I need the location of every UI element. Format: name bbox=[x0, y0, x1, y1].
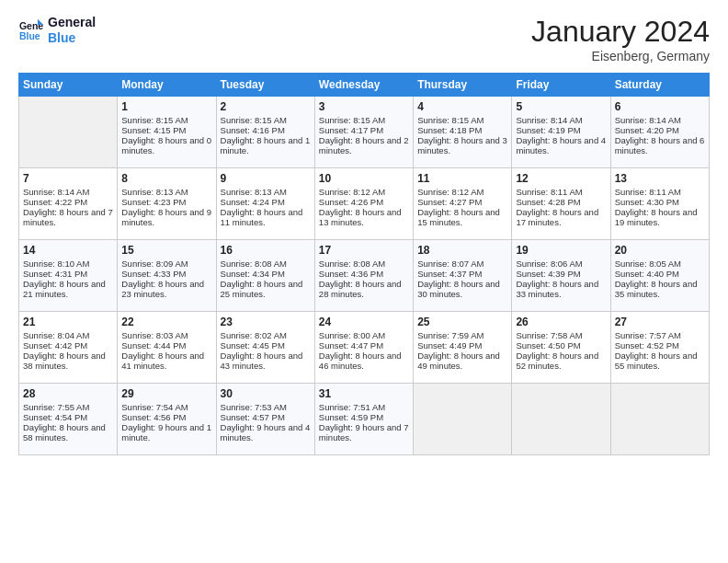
table-cell: 13Sunrise: 8:11 AMSunset: 4:30 PMDayligh… bbox=[610, 168, 709, 240]
header-sunday: Sunday bbox=[19, 74, 118, 97]
day-number: 3 bbox=[319, 100, 409, 113]
daylight: Daylight: 8 hours and 58 minutes. bbox=[23, 422, 113, 442]
sunrise: Sunrise: 8:12 AM bbox=[319, 187, 409, 197]
day-number: 20 bbox=[615, 244, 705, 257]
day-number: 29 bbox=[121, 387, 211, 400]
calendar-week-row: 14Sunrise: 8:10 AMSunset: 4:31 PMDayligh… bbox=[19, 240, 710, 312]
day-number: 1 bbox=[121, 100, 211, 113]
table-cell: 29Sunrise: 7:54 AMSunset: 4:56 PMDayligh… bbox=[118, 384, 216, 455]
sunrise: Sunrise: 8:06 AM bbox=[516, 259, 606, 269]
daylight: Daylight: 8 hours and 19 minutes. bbox=[615, 207, 705, 227]
day-number: 24 bbox=[319, 316, 409, 328]
day-number: 23 bbox=[221, 316, 311, 328]
sunset: Sunset: 4:22 PM bbox=[23, 197, 113, 207]
table-cell bbox=[512, 384, 610, 455]
daylight: Daylight: 8 hours and 4 minutes. bbox=[516, 135, 606, 155]
sunrise: Sunrise: 8:08 AM bbox=[319, 259, 409, 269]
calendar-week-row: 28Sunrise: 7:55 AMSunset: 4:54 PMDayligh… bbox=[19, 384, 710, 455]
daylight: Daylight: 9 hours and 7 minutes. bbox=[319, 422, 409, 442]
table-cell: 11Sunrise: 8:12 AMSunset: 4:27 PMDayligh… bbox=[414, 168, 512, 240]
day-number: 16 bbox=[221, 244, 311, 257]
daylight: Daylight: 9 hours and 1 minute. bbox=[121, 422, 211, 442]
day-number: 30 bbox=[221, 387, 311, 400]
day-number: 27 bbox=[615, 316, 705, 328]
sunrise: Sunrise: 8:13 AM bbox=[221, 187, 311, 197]
sunset: Sunset: 4:52 PM bbox=[615, 340, 705, 350]
sunset: Sunset: 4:45 PM bbox=[221, 340, 311, 350]
daylight: Daylight: 8 hours and 13 minutes. bbox=[319, 207, 409, 227]
table-cell: 18Sunrise: 8:07 AMSunset: 4:37 PMDayligh… bbox=[414, 240, 512, 312]
day-number: 10 bbox=[319, 172, 409, 185]
day-number: 12 bbox=[516, 172, 606, 185]
calendar-table: Sunday Monday Tuesday Wednesday Thursday… bbox=[18, 73, 710, 455]
table-cell: 5Sunrise: 8:14 AMSunset: 4:19 PMDaylight… bbox=[512, 97, 610, 168]
sunrise: Sunrise: 8:08 AM bbox=[221, 259, 311, 269]
sunset: Sunset: 4:24 PM bbox=[221, 197, 311, 207]
sunrise: Sunrise: 8:05 AM bbox=[615, 259, 705, 269]
sunrise: Sunrise: 8:07 AM bbox=[417, 259, 507, 269]
sunrise: Sunrise: 8:11 AM bbox=[615, 187, 705, 197]
daylight: Daylight: 8 hours and 55 minutes. bbox=[615, 350, 705, 371]
table-cell: 31Sunrise: 7:51 AMSunset: 4:59 PMDayligh… bbox=[314, 384, 413, 455]
calendar-week-row: 7Sunrise: 8:14 AMSunset: 4:22 PMDaylight… bbox=[19, 168, 710, 240]
table-cell: 21Sunrise: 8:04 AMSunset: 4:42 PMDayligh… bbox=[19, 312, 118, 384]
daylight: Daylight: 8 hours and 30 minutes. bbox=[417, 279, 507, 299]
table-cell: 12Sunrise: 8:11 AMSunset: 4:28 PMDayligh… bbox=[512, 168, 610, 240]
day-number: 9 bbox=[221, 172, 311, 185]
sunrise: Sunrise: 8:15 AM bbox=[121, 115, 211, 125]
daylight: Daylight: 8 hours and 33 minutes. bbox=[516, 279, 606, 299]
sunrise: Sunrise: 7:58 AM bbox=[516, 330, 606, 340]
sunset: Sunset: 4:27 PM bbox=[417, 197, 507, 207]
sunrise: Sunrise: 8:13 AM bbox=[121, 187, 211, 197]
sunrise: Sunrise: 8:11 AM bbox=[516, 187, 606, 197]
sunset: Sunset: 4:19 PM bbox=[516, 125, 606, 135]
sunset: Sunset: 4:57 PM bbox=[221, 412, 311, 422]
daylight: Daylight: 8 hours and 38 minutes. bbox=[23, 350, 113, 371]
logo: General Blue General Blue bbox=[18, 15, 96, 46]
daylight: Daylight: 8 hours and 2 minutes. bbox=[319, 135, 409, 155]
day-number: 8 bbox=[121, 172, 211, 185]
sunset: Sunset: 4:39 PM bbox=[516, 269, 606, 279]
sunrise: Sunrise: 8:02 AM bbox=[221, 330, 311, 340]
sunset: Sunset: 4:34 PM bbox=[221, 269, 311, 279]
table-cell: 28Sunrise: 7:55 AMSunset: 4:54 PMDayligh… bbox=[19, 384, 118, 455]
day-number: 25 bbox=[417, 316, 507, 328]
header: General Blue General Blue January 2024 E… bbox=[18, 15, 710, 63]
header-row: Sunday Monday Tuesday Wednesday Thursday… bbox=[19, 74, 710, 97]
header-saturday: Saturday bbox=[610, 74, 709, 97]
sunset: Sunset: 4:44 PM bbox=[121, 340, 211, 350]
sunrise: Sunrise: 7:59 AM bbox=[417, 330, 507, 340]
day-number: 11 bbox=[417, 172, 507, 185]
sunset: Sunset: 4:33 PM bbox=[121, 269, 211, 279]
sunset: Sunset: 4:47 PM bbox=[319, 340, 409, 350]
table-cell bbox=[414, 384, 512, 455]
daylight: Daylight: 8 hours and 9 minutes. bbox=[121, 207, 211, 227]
sunrise: Sunrise: 8:00 AM bbox=[319, 330, 409, 340]
daylight: Daylight: 8 hours and 17 minutes. bbox=[516, 207, 606, 227]
daylight: Daylight: 8 hours and 23 minutes. bbox=[121, 279, 211, 299]
day-number: 17 bbox=[319, 244, 409, 257]
table-cell: 24Sunrise: 8:00 AMSunset: 4:47 PMDayligh… bbox=[314, 312, 413, 384]
sunset: Sunset: 4:20 PM bbox=[615, 125, 705, 135]
sunrise: Sunrise: 8:14 AM bbox=[615, 115, 705, 125]
daylight: Daylight: 8 hours and 25 minutes. bbox=[221, 279, 311, 299]
table-cell: 16Sunrise: 8:08 AMSunset: 4:34 PMDayligh… bbox=[216, 240, 314, 312]
sunrise: Sunrise: 8:14 AM bbox=[23, 187, 113, 197]
sunset: Sunset: 4:15 PM bbox=[121, 125, 211, 135]
sunset: Sunset: 4:54 PM bbox=[23, 412, 113, 422]
day-number: 13 bbox=[615, 172, 705, 185]
table-cell: 22Sunrise: 8:03 AMSunset: 4:44 PMDayligh… bbox=[118, 312, 216, 384]
daylight: Daylight: 8 hours and 49 minutes. bbox=[417, 350, 507, 371]
daylight: Daylight: 8 hours and 15 minutes. bbox=[417, 207, 507, 227]
sunrise: Sunrise: 7:57 AM bbox=[615, 330, 705, 340]
sunset: Sunset: 4:28 PM bbox=[516, 197, 606, 207]
logo-text-blue: Blue bbox=[48, 30, 96, 46]
day-number: 22 bbox=[121, 316, 211, 328]
table-cell: 4Sunrise: 8:15 AMSunset: 4:18 PMDaylight… bbox=[414, 97, 512, 168]
daylight: Daylight: 8 hours and 7 minutes. bbox=[23, 207, 113, 227]
daylight: Daylight: 8 hours and 6 minutes. bbox=[615, 135, 705, 155]
table-cell: 27Sunrise: 7:57 AMSunset: 4:52 PMDayligh… bbox=[610, 312, 709, 384]
title-block: January 2024 Eisenberg, Germany bbox=[531, 15, 710, 63]
page: General Blue General Blue January 2024 E… bbox=[0, 0, 728, 563]
table-cell: 3Sunrise: 8:15 AMSunset: 4:17 PMDaylight… bbox=[314, 97, 413, 168]
